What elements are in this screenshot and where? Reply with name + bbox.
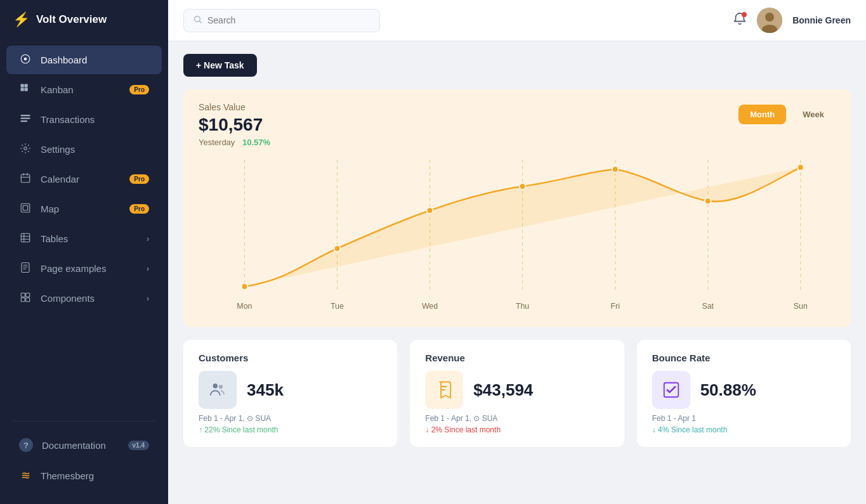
svg-text:Sun: Sun — [794, 302, 808, 311]
search-wrapper[interactable] — [183, 9, 380, 32]
customers-icon-box — [199, 371, 237, 409]
sidebar-item-label: Documentation — [42, 440, 106, 451]
svg-rect-6 — [21, 115, 30, 116]
sidebar-brand: ⚡ Volt Overview — [0, 0, 168, 39]
svg-rect-15 — [21, 293, 25, 297]
bounce-rate-meta: Feb 1 - Apr 1 — [652, 414, 836, 423]
sales-info: Sales Value $10,567 Yesterday 10.57% — [199, 102, 270, 147]
new-task-button[interactable]: + New Task — [183, 54, 257, 77]
sidebar-bottom: ? Documentation v1.4 ≋ Themesberg — [0, 424, 168, 504]
svg-rect-3 — [25, 84, 28, 87]
sidebar-item-label: Transactions — [41, 114, 95, 125]
sidebar-item-label: Calendar — [41, 174, 79, 184]
header-actions: Bonnie Green — [733, 8, 851, 33]
notification-button[interactable] — [733, 12, 747, 29]
svg-rect-14 — [22, 263, 29, 273]
user-avatar[interactable] — [757, 8, 782, 33]
svg-rect-5 — [25, 88, 28, 91]
sidebar-item-label: Dashboard — [41, 55, 87, 65]
sidebar-item-map[interactable]: Map Pro — [6, 195, 162, 223]
svg-point-21 — [765, 13, 774, 22]
sales-toggle: Month Week — [738, 105, 836, 124]
sales-value: $10,567 — [199, 115, 270, 135]
themesberg-icon: ≋ — [19, 468, 32, 482]
main-area: Bonnie Green + New Task Sales Value $10,… — [168, 0, 866, 504]
bounce-rate-card: Bounce Rate 50.88% Feb 1 - Apr 1 ↓ 4% Si… — [637, 340, 851, 447]
sales-title: Sales Value — [199, 102, 270, 112]
bottom-cards: Customers 345k Feb 1 - Apr 1, ⊙ SUA ↑ 22… — [183, 340, 851, 447]
sidebar-item-dashboard[interactable]: Dashboard — [6, 46, 162, 74]
page-examples-icon — [19, 262, 32, 275]
sales-yesterday: Yesterday 10.57% — [199, 138, 270, 147]
search-input[interactable] — [207, 15, 371, 25]
svg-point-36 — [797, 164, 804, 171]
yesterday-label: Yesterday — [199, 138, 235, 147]
sidebar-item-label: Components — [41, 293, 95, 304]
sales-card-header: Sales Value $10,567 Yesterday 10.57% Mon… — [183, 89, 851, 153]
header: Bonnie Green — [168, 0, 866, 41]
svg-text:Thu: Thu — [516, 302, 529, 311]
sidebar-item-transactions[interactable]: Transactions — [6, 105, 162, 134]
sidebar-item-themesberg[interactable]: ≋ Themesberg — [6, 461, 162, 490]
bounce-rate-change: ↓ 4% Since last month — [652, 425, 836, 434]
sidebar-item-components[interactable]: Components › — [6, 284, 162, 313]
svg-text:Sat: Sat — [702, 302, 714, 311]
sidebar-item-kanban[interactable]: Kanban Pro — [6, 75, 162, 104]
sidebar-item-label: Page examples — [41, 263, 106, 274]
week-toggle-button[interactable]: Week — [791, 105, 836, 124]
notification-dot — [742, 12, 747, 17]
customers-value: 345k — [247, 380, 284, 400]
sidebar-item-label: Themesberg — [41, 470, 94, 481]
svg-point-32 — [427, 207, 433, 214]
sales-line-chart: Mon Tue Wed Thu Fri Sat Sun — [196, 153, 838, 318]
kanban-icon — [19, 83, 32, 96]
sidebar-nav: Dashboard Kanban Pro Transactions Settin… — [0, 39, 168, 418]
sidebar-item-tables[interactable]: Tables › — [6, 224, 162, 253]
bounce-rate-value: 50.88% — [700, 380, 756, 400]
svg-text:Fri: Fri — [610, 302, 619, 311]
sidebar-item-calendar[interactable]: Calendar Pro — [6, 165, 162, 193]
sidebar-brand-text: Volt Overview — [36, 13, 107, 26]
svg-text:Mon: Mon — [237, 302, 252, 311]
content-area: + New Task Sales Value $10,567 Yesterday… — [168, 41, 866, 504]
calendar-icon — [19, 172, 32, 186]
svg-rect-2 — [21, 84, 24, 87]
sidebar-item-label: Tables — [41, 233, 68, 244]
svg-rect-10 — [21, 174, 30, 183]
svg-point-30 — [242, 283, 248, 290]
sidebar-item-label: Settings — [41, 144, 75, 155]
transactions-icon — [19, 113, 32, 126]
month-toggle-button[interactable]: Month — [738, 105, 786, 124]
documentation-version-badge: v1.4 — [128, 441, 149, 450]
svg-rect-17 — [21, 298, 25, 302]
svg-point-9 — [24, 147, 27, 150]
components-icon — [19, 292, 32, 305]
customers-card-title: Customers — [199, 352, 382, 363]
svg-rect-13 — [21, 233, 30, 242]
sidebar-item-label: Kanban — [41, 84, 74, 95]
bounce-rate-icon-box — [652, 371, 690, 409]
svg-text:Tue: Tue — [331, 302, 344, 311]
revenue-change: ↓ 2% Since last month — [425, 425, 608, 434]
svg-rect-18 — [26, 298, 30, 302]
svg-point-35 — [705, 198, 711, 204]
sales-chart-card: Sales Value $10,567 Yesterday 10.57% Mon… — [183, 89, 851, 327]
revenue-card: Revenue $43,594 Feb 1 - Apr 1, ⊙ SUA ↓ 2… — [410, 340, 624, 447]
revenue-icon-box — [425, 371, 463, 409]
svg-point-31 — [334, 245, 341, 252]
svg-rect-4 — [21, 88, 24, 91]
sidebar-item-page-examples[interactable]: Page examples › — [6, 254, 162, 283]
customers-card: Customers 345k Feb 1 - Apr 1, ⊙ SUA ↑ 22… — [183, 340, 397, 447]
sidebar-item-label: Map — [41, 204, 59, 214]
bolt-icon: ⚡ — [13, 11, 30, 28]
documentation-icon: ? — [19, 438, 33, 452]
svg-rect-7 — [21, 118, 30, 119]
bounce-rate-card-title: Bounce Rate — [652, 352, 836, 363]
sidebar-item-documentation[interactable]: ? Documentation v1.4 — [6, 430, 162, 460]
svg-rect-16 — [26, 293, 30, 297]
revenue-card-title: Revenue — [425, 352, 608, 363]
customers-change: ↑ 22% Since last month — [199, 425, 382, 434]
sidebar-item-settings[interactable]: Settings — [6, 135, 162, 164]
search-icon — [193, 15, 202, 27]
tables-icon — [19, 232, 32, 245]
